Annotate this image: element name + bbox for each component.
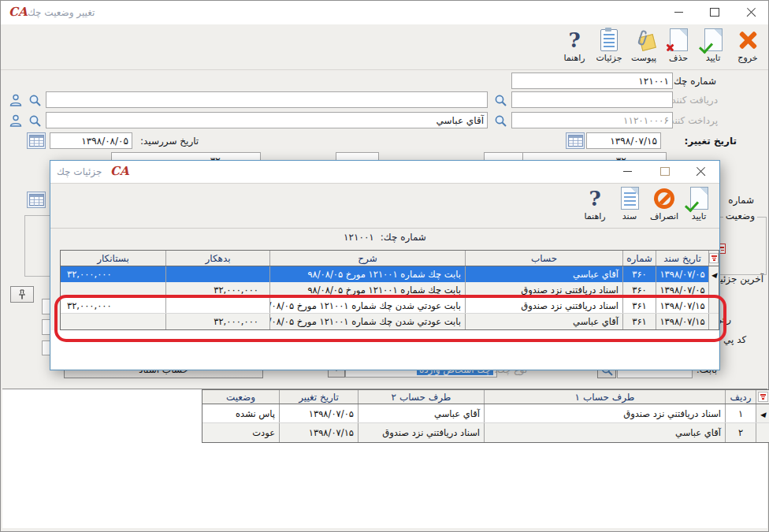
dialog-maximize-button[interactable] <box>653 161 677 182</box>
minimize-icon <box>623 171 632 172</box>
dialog-voucher-button[interactable]: سند <box>612 184 647 228</box>
search-icon <box>494 94 507 107</box>
change-date-field[interactable]: ۱۳۹۸/۰۷/۱۵ <box>586 132 661 149</box>
filter-icon[interactable] <box>756 390 769 404</box>
change-date-label: تاريخ تغيير: <box>684 136 737 147</box>
question-mark-icon <box>589 188 600 209</box>
person-icon <box>9 113 23 128</box>
due-date-calendar-button[interactable] <box>27 132 46 149</box>
receiver-field[interactable] <box>511 91 673 108</box>
payer-field[interactable]: ۱۱۲۰۱۰۰۰۶ <box>511 112 673 128</box>
dialog-close-button[interactable] <box>689 161 712 182</box>
doc-number-label-fragment: شماره <box>728 195 754 206</box>
attachment-button[interactable]: پيوست <box>626 26 661 69</box>
current-row-icon <box>760 408 766 419</box>
hidden-calendar-button[interactable] <box>27 192 46 208</box>
due-date-label: تاريخ سررسيد: <box>140 136 199 147</box>
history-table-header: رديف طرف حساب ۱ طرف حساب ۲ تاريخ تغيير و… <box>202 390 769 404</box>
app-logo-icon: CA <box>9 6 28 18</box>
search-icon <box>28 94 42 107</box>
maximize-button[interactable] <box>703 1 726 23</box>
minimize-icon <box>674 12 683 13</box>
confirm-button[interactable]: تاييد <box>696 26 730 69</box>
last-details-label-fragment: آخرين جزئيا <box>718 273 763 285</box>
maximize-icon <box>660 167 670 176</box>
dialog-check-number-value: ۱۲۱۰۰۱ <box>344 232 374 243</box>
status-group-label: وضعيت <box>723 210 757 221</box>
clipboard-icon <box>600 29 618 51</box>
receiver-person-button[interactable] <box>7 91 24 108</box>
search-icon <box>28 114 42 128</box>
exit-button[interactable]: خروج <box>730 26 765 69</box>
receiver-account-field[interactable] <box>46 91 488 108</box>
close-icon <box>696 166 706 177</box>
dialog-minimize-button[interactable] <box>615 161 639 182</box>
person-icon <box>9 93 23 107</box>
minimize-button[interactable] <box>667 1 690 23</box>
help-button[interactable]: راهنما <box>557 26 592 69</box>
search-icon <box>494 114 507 128</box>
table-row-selected[interactable]: ۱۳۹۸/۰۷/۰۵ ۳۶۰ آقاي عباسي بابت چك شماره … <box>61 266 719 282</box>
table-row[interactable]: ۲ آقاي عباسي اسناد دريافتني نزد صندوق ۱۳… <box>202 423 769 442</box>
history-panel: رديف طرف حساب ۱ طرف حساب ۲ تاريخ تغيير و… <box>2 389 767 528</box>
pushpin-icon <box>17 289 28 300</box>
details-button[interactable]: جزئيات <box>592 26 626 69</box>
payer-account-field[interactable]: آقاي عباسي <box>46 112 488 128</box>
paperclip-icon <box>633 28 655 51</box>
current-row-icon <box>711 269 717 280</box>
exit-icon <box>738 30 758 50</box>
check-number-field[interactable]: ۱۲۱۰۰۱ <box>511 73 673 89</box>
code-label-fragment: كد پي <box>723 334 746 345</box>
filter-icon[interactable] <box>708 251 719 266</box>
receiver-search-button[interactable] <box>492 92 509 108</box>
confirm-icon <box>690 187 708 210</box>
dialog-cancel-button[interactable]: انصراف <box>647 184 682 228</box>
window-title: تغيير وضعيت چك <box>28 7 95 18</box>
question-mark-icon <box>568 30 580 50</box>
dialog-confirm-button[interactable]: تاييد <box>682 184 716 228</box>
payer-account-search-button[interactable] <box>27 113 43 128</box>
confirm-icon <box>704 28 723 51</box>
delete-icon <box>670 28 688 51</box>
history-table: رديف طرف حساب ۱ طرف حساب ۲ تاريخ تغيير و… <box>202 389 769 443</box>
close-icon <box>746 7 756 17</box>
check-number-label: شماره چك: <box>671 76 716 87</box>
delete-button[interactable]: حذف <box>661 26 696 69</box>
due-date-field[interactable]: ۱۳۹۸/۰۸/۰۵ <box>50 132 132 149</box>
change-date-calendar-button[interactable] <box>566 132 585 149</box>
table-row[interactable]: ۱ اسناد دريافتني نزد صندوق آقاي عباسي ۱۳… <box>202 404 769 423</box>
main-titlebar: CA تغيير وضعيت چك <box>1 1 768 24</box>
calendar-icon <box>568 135 583 147</box>
receiver-account-search-button[interactable] <box>27 92 43 108</box>
calendar-icon <box>29 194 44 206</box>
pin-button[interactable] <box>10 286 34 303</box>
maximize-icon <box>710 8 719 17</box>
calendar-icon <box>29 135 44 147</box>
dialog-toolbar: تاييد انصراف سند راهنما <box>50 183 719 229</box>
dialog-check-number-label: شماره چك: <box>381 232 426 243</box>
dialog-titlebar: جزئيات چك CA <box>50 161 719 184</box>
dialog-check-number: شماره چك: ۱۲۱۰۰۱ <box>50 232 719 243</box>
payer-person-button[interactable] <box>7 112 24 128</box>
dialog-help-button[interactable]: راهنما <box>578 184 612 228</box>
dialog-title: جزئيات چك <box>57 166 102 177</box>
close-button[interactable] <box>739 1 763 23</box>
payer-search-button[interactable] <box>492 113 509 128</box>
document-icon <box>621 187 639 210</box>
main-toolbar: خروج تاييد حذف پيوست جزئيات راهنما <box>1 24 768 70</box>
ledger-table-header: تاريخ سند شماره حساب شرح بدهكار بستانكار <box>61 251 719 266</box>
red-highlight-annotation <box>54 295 726 342</box>
dialog-logo-icon: CA <box>110 166 129 177</box>
cancel-icon <box>654 188 674 209</box>
